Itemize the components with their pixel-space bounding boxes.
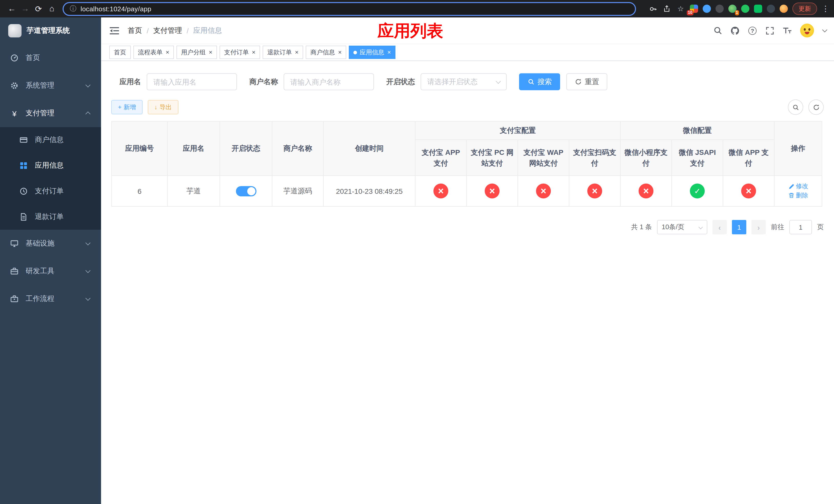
col-alipay-app: 支付宝 APP 支付 [415,140,466,176]
close-icon[interactable]: × [387,49,391,55]
prev-page-button[interactable]: ‹ [712,220,727,234]
merchant-name-input[interactable] [284,73,374,90]
tab-process-form[interactable]: 流程表单 × [133,46,174,59]
key-icon[interactable] [648,4,658,13]
app-name-input[interactable] [147,73,237,90]
tab-pay-order[interactable]: 支付订单 × [220,46,260,59]
help-icon[interactable]: ? [748,26,757,35]
tab-refund-order[interactable]: 退款订单 × [263,46,303,59]
main-area: 应用列表 首页 / 支付管理 / 应用信息 ? [101,18,834,504]
forward-icon[interactable]: → [19,2,32,15]
chevron-down-icon[interactable] [822,27,827,32]
tab-label: 商户信息 [310,48,335,56]
col-alipay-wap: 支付宝 WAP 网站支付 [518,140,569,176]
sidebar-item-app-info[interactable]: 应用信息 [0,153,101,178]
delete-button[interactable]: 删除 [788,191,808,200]
user-avatar[interactable] [800,24,814,38]
dashboard-icon [10,54,19,62]
briefcase-icon [10,295,19,303]
sidebar-item-label: 工作流程 [26,294,54,303]
table-toolbar: + 新增 ↓ 导出 [111,99,824,115]
url-bar[interactable]: ⓘ localhost:1024/pay/app [63,2,636,16]
tab-home[interactable]: 首页 [109,46,131,59]
extension-badge: 10 [687,10,694,15]
cell-alipay-app [415,176,466,206]
breadcrumb: 首页 / 支付管理 / 应用信息 [128,26,222,35]
page-annotation: 应用列表 [377,22,443,40]
extension-icon[interactable] [716,5,724,13]
sidebar-item-refund-order[interactable]: 退款订单 [0,204,101,230]
extension-icon[interactable] [754,5,762,13]
extension-icon[interactable]: 10 [690,5,698,13]
sidebar-item-home[interactable]: 首页 [0,44,101,72]
col-alipay-pc: 支付宝 PC 网站支付 [466,140,518,176]
toggle-search-button[interactable] [788,99,803,115]
github-icon[interactable] [730,26,740,35]
sidebar-item-system[interactable]: 系统管理 [0,72,101,99]
search-icon[interactable] [713,26,722,35]
tab-merchant-info[interactable]: 商户信息 × [306,46,346,59]
sidebar-item-payment[interactable]: ¥ 支付管理 [0,99,101,127]
breadcrumb-item[interactable]: 支付管理 [153,26,182,35]
breadcrumb-item[interactable]: 首页 [128,26,142,35]
back-icon[interactable]: ← [5,2,19,15]
browser-actions: ☆ 10 1 更新 ⋮ [648,3,829,15]
sidebar-item-infra[interactable]: 基础设施 [0,230,101,257]
refresh-table-button[interactable] [808,99,824,115]
bookmark-star-icon[interactable]: ☆ [676,4,685,13]
close-icon[interactable]: × [295,49,299,55]
active-dot [353,50,357,54]
extension-icon[interactable] [780,5,788,13]
page-size-select[interactable]: 10条/页 [657,220,707,234]
tab-label: 应用信息 [359,48,384,56]
edit-button[interactable]: 修改 [788,182,808,191]
breadcrumb-item-current: 应用信息 [193,26,222,35]
close-icon[interactable]: × [166,49,169,55]
next-page-button[interactable]: › [751,220,766,234]
app-logo-row: 芋道管理系统 [0,18,101,44]
cell-wx-jsapi [672,176,723,206]
close-icon[interactable]: × [338,49,342,55]
screen: ← → ⟳ ⌂ ⓘ localhost:1024/pay/app ☆ 10 1 [0,0,834,504]
extension-icon[interactable] [741,5,749,13]
chevron-down-icon [496,79,501,84]
extension-icon[interactable] [767,5,775,13]
sidebar-item-label: 首页 [26,53,40,63]
home-icon[interactable]: ⌂ [45,2,59,15]
page-content: 应用名 商户名称 开启状态 请选择开启状态 搜索 [101,61,834,234]
status-select[interactable]: 请选择开启状态 [421,73,507,90]
toolbox-icon [10,267,19,275]
yen-icon: ¥ [10,109,19,117]
site-info-icon[interactable]: ⓘ [70,4,76,13]
sidebar-item-label: 支付管理 [26,109,54,118]
merchant-name-label: 商户名称 [249,77,278,86]
reset-button[interactable]: 重置 [566,73,607,90]
sidebar-item-dev-tools[interactable]: 研发工具 [0,257,101,285]
sidebar-collapse-icon[interactable] [109,25,119,36]
sidebar-item-merchant-info[interactable]: 商户信息 [0,127,101,153]
share-icon[interactable] [662,4,672,13]
tab-app-info[interactable]: 应用信息 × [349,46,395,59]
chevron-down-icon [85,296,90,301]
plus-icon: + [118,104,122,111]
fullscreen-icon[interactable] [765,26,774,35]
sidebar-item-pay-order[interactable]: 支付订单 [0,178,101,204]
browser-menu-icon[interactable]: ⋮ [822,4,829,13]
status-cross-icon [587,184,602,199]
export-button[interactable]: ↓ 导出 [148,100,178,114]
search-button[interactable]: 搜索 [519,73,560,90]
browser-update-button[interactable]: 更新 [792,3,817,15]
current-page-button[interactable]: 1 [732,220,746,234]
goto-label: 前往 [771,223,784,232]
tab-user-group[interactable]: 用户分组 × [176,46,217,59]
add-button[interactable]: + 新增 [111,100,142,114]
sidebar-item-workflow[interactable]: 工作流程 [0,285,101,313]
enabled-toggle[interactable] [236,186,256,196]
goto-page-input[interactable] [789,220,812,234]
extension-icon[interactable] [703,5,711,13]
font-size-icon[interactable] [783,26,792,35]
close-icon[interactable]: × [252,49,256,55]
close-icon[interactable]: × [209,49,212,55]
extension-icon[interactable]: 1 [728,5,737,13]
reload-icon[interactable]: ⟳ [32,2,45,15]
